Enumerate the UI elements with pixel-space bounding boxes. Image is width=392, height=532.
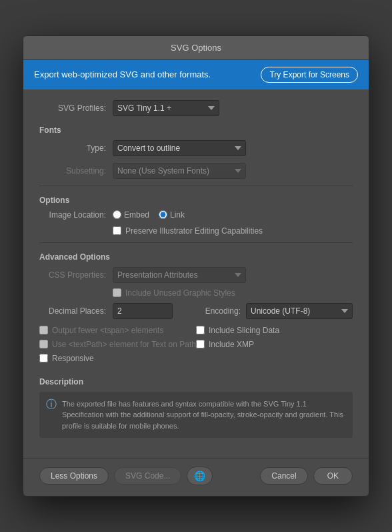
image-location-row: Image Location: Embed Link bbox=[39, 210, 353, 220]
left-checkboxes: Output fewer <tspan> elements Use <textP… bbox=[39, 326, 196, 368]
try-export-button[interactable]: Try Export for Screens bbox=[261, 67, 358, 83]
svg-profiles-select[interactable]: SVG Tiny 1.1 + SVG 1.1 SVG Basic SVG Tin… bbox=[113, 100, 219, 116]
banner: Export web-optimized SVG and other forma… bbox=[23, 60, 369, 89]
description-text: The exported file has features and synta… bbox=[62, 398, 346, 432]
svg-code-button[interactable]: SVG Code... bbox=[114, 467, 181, 485]
info-icon: ⓘ bbox=[46, 399, 57, 410]
cancel-button[interactable]: Cancel bbox=[260, 467, 307, 485]
include-xmp-row: Include XMP bbox=[196, 340, 353, 349]
divider-2 bbox=[39, 242, 353, 243]
dialog-title: SVG Options bbox=[171, 43, 221, 53]
banner-text: Export web-optimized SVG and other forma… bbox=[34, 69, 211, 79]
svg-profiles-row: SVG Profiles: SVG Tiny 1.1 + SVG 1.1 SVG… bbox=[39, 100, 353, 116]
decimal-encoding-row: Decimal Places: Encoding: Unicode (UTF-8… bbox=[39, 303, 353, 319]
css-properties-label: CSS Properties: bbox=[39, 270, 113, 280]
description-body: ⓘ The exported file has features and syn… bbox=[39, 392, 353, 439]
use-textpath-label[interactable]: Use <textPath> element for Text on Path bbox=[52, 340, 196, 349]
type-row: Type: Convert to outline SVG bbox=[39, 140, 353, 156]
type-label: Type: bbox=[39, 144, 113, 153]
responsive-row: Responsive bbox=[39, 354, 196, 363]
svg-options-dialog: SVG Options Export web-optimized SVG and… bbox=[23, 35, 369, 497]
checkboxes-two-col: Output fewer <tspan> elements Use <textP… bbox=[39, 326, 353, 368]
responsive-checkbox[interactable] bbox=[39, 354, 48, 362]
include-xmp-label[interactable]: Include XMP bbox=[209, 340, 254, 349]
embed-radio[interactable] bbox=[113, 210, 121, 219]
preserve-checkbox-row: Preserve Illustrator Editing Capabilitie… bbox=[113, 226, 353, 236]
link-radio-row: Link bbox=[159, 210, 185, 220]
decimal-places-input[interactable] bbox=[113, 303, 173, 319]
unused-styles-checkbox[interactable] bbox=[113, 288, 121, 297]
output-tspan-label[interactable]: Output fewer <tspan> elements bbox=[52, 326, 163, 335]
right-checkboxes: Include Slicing Data Include XMP bbox=[196, 326, 353, 354]
type-select[interactable]: Convert to outline SVG bbox=[113, 140, 246, 156]
link-radio[interactable] bbox=[159, 210, 167, 219]
preserve-checkbox[interactable] bbox=[113, 226, 121, 235]
preserve-label[interactable]: Preserve Illustrator Editing Capabilitie… bbox=[125, 226, 263, 236]
include-xmp-checkbox[interactable] bbox=[196, 340, 205, 348]
svg-profiles-label: SVG Profiles: bbox=[39, 103, 113, 113]
image-location-label: Image Location: bbox=[39, 210, 113, 220]
description-section: Description ⓘ The exported file has feat… bbox=[39, 377, 353, 439]
use-textpath-checkbox[interactable] bbox=[39, 340, 48, 348]
ok-button[interactable]: OK bbox=[313, 467, 353, 485]
title-bar: SVG Options bbox=[23, 36, 369, 60]
include-slicing-checkbox[interactable] bbox=[196, 326, 205, 334]
content-area: SVG Profiles: SVG Tiny 1.1 + SVG 1.1 SVG… bbox=[23, 89, 369, 459]
embed-label[interactable]: Embed bbox=[124, 210, 149, 220]
decimal-places-label: Decimal Places: bbox=[39, 306, 113, 316]
browser-preview-button[interactable]: 🌐 bbox=[187, 467, 213, 485]
subsetting-label: Subsetting: bbox=[39, 166, 113, 176]
use-textpath-row: Use <textPath> element for Text on Path bbox=[39, 340, 196, 349]
image-location-radios: Embed Link bbox=[113, 210, 185, 220]
css-properties-row: CSS Properties: Presentation Attributes … bbox=[39, 267, 353, 283]
output-tspan-checkbox[interactable] bbox=[39, 326, 48, 334]
embed-radio-row: Embed bbox=[113, 210, 149, 220]
unused-styles-row: Include Unused Graphic Styles bbox=[113, 288, 353, 298]
options-header: Options bbox=[39, 196, 353, 205]
description-header: Description bbox=[39, 377, 353, 386]
less-options-button[interactable]: Less Options bbox=[39, 467, 109, 485]
responsive-label[interactable]: Responsive bbox=[52, 354, 94, 363]
advanced-options-header: Advanced Options bbox=[39, 252, 353, 262]
encoding-select[interactable]: Unicode (UTF-8) ISO-8859-1 UTF-16 bbox=[246, 303, 353, 319]
button-bar: Less Options SVG Code... 🌐 Cancel OK bbox=[23, 458, 369, 496]
fonts-header: Fonts bbox=[39, 125, 353, 135]
include-slicing-row: Include Slicing Data bbox=[196, 326, 353, 335]
link-label[interactable]: Link bbox=[170, 210, 185, 220]
divider-1 bbox=[39, 186, 353, 186]
encoding-label: Encoding: bbox=[205, 306, 241, 316]
css-properties-select[interactable]: Presentation Attributes Style Attributes… bbox=[113, 267, 246, 283]
include-slicing-label[interactable]: Include Slicing Data bbox=[209, 326, 279, 335]
subsetting-select[interactable]: None (Use System Fonts) bbox=[113, 163, 246, 179]
output-tspan-row: Output fewer <tspan> elements bbox=[39, 326, 196, 335]
unused-styles-label[interactable]: Include Unused Graphic Styles bbox=[125, 288, 235, 298]
subsetting-row: Subsetting: None (Use System Fonts) bbox=[39, 163, 353, 179]
